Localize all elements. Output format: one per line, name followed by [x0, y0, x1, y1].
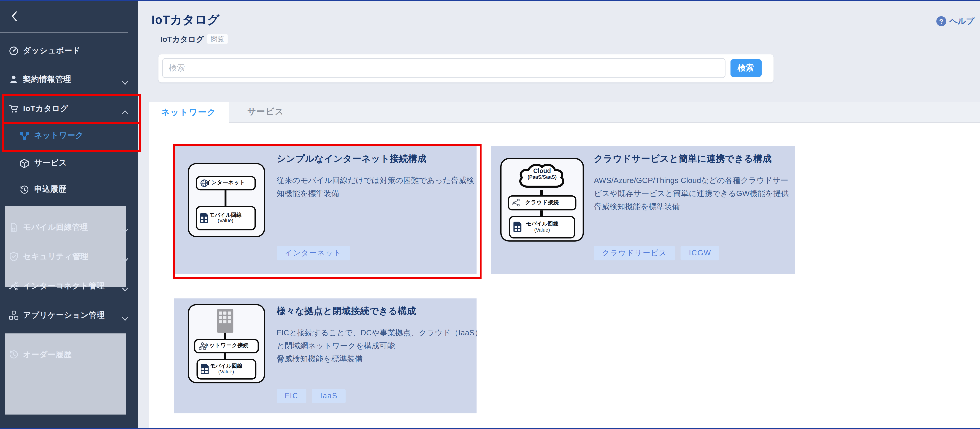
- diagram-node-cloud: Cloud (PaaS/SaaS): [512, 161, 573, 190]
- help-link[interactable]: ? ヘルプ: [936, 16, 974, 27]
- sim-chip-icon: [200, 364, 208, 374]
- building-icon: [217, 309, 233, 333]
- cubes-icon: [9, 310, 19, 321]
- app-window: ダッシュボード 契約情報管理 IoTカタログ ネットワーク: [0, 0, 980, 429]
- sidebar-divider: [0, 32, 128, 32]
- person-icon: [9, 74, 19, 84]
- breadcrumb: IoTカタログ: [160, 34, 204, 45]
- card-title: 様々な拠点と閉域接続できる構成: [277, 305, 416, 317]
- card-description: 従来のモバイル回線だけでは対策の困難であった脅威検 知機能を標準装備: [277, 174, 474, 200]
- sidebar-item-label: インターコネクト管理: [23, 281, 105, 291]
- tab-service[interactable]: サービス: [236, 102, 296, 122]
- network-tree-icon: [198, 342, 206, 350]
- diagram-connector: [540, 210, 542, 216]
- chevron-down-icon: [121, 283, 128, 289]
- sidebar-item-order-history[interactable]: オーダー履歴: [0, 345, 137, 364]
- window-frame-bottom: [0, 428, 980, 429]
- chevron-up-icon: [121, 106, 128, 111]
- sidebar-item-dashboard[interactable]: ダッシュボード: [0, 41, 137, 60]
- status-badge: 閲覧: [207, 33, 228, 45]
- diagram-node-internet: インターネット: [196, 176, 255, 190]
- sim-chip-icon: [200, 212, 208, 223]
- network-diagram: Cloud (PaaS/SaaS) クラウド接続 モバイル回線(Value): [500, 158, 584, 241]
- question-icon: ?: [936, 16, 947, 26]
- sidebar-item-label: ダッシュボード: [23, 45, 81, 56]
- sidebar-item-label: 契約情報管理: [23, 74, 72, 85]
- diagram-connector: [224, 353, 226, 359]
- globe-icon: [200, 179, 208, 187]
- card-title: シンプルなインターネット接続構成: [277, 153, 427, 164]
- sidebar-item-security[interactable]: セキュリティ管理: [0, 247, 137, 266]
- sidebar-item-label: セキュリティ管理: [23, 251, 89, 262]
- sidebar-item-iot-catalog[interactable]: IoTカタログ: [0, 99, 137, 118]
- diagram-node-mobile: モバイル回線(Value): [196, 206, 255, 230]
- sidebar: ダッシュボード 契約情報管理 IoTカタログ ネットワーク: [0, 0, 138, 429]
- tag-cloud-service: クラウドサービス: [594, 246, 675, 260]
- diagram-node-network-connect: ネットワーク接続: [194, 339, 258, 353]
- tag-iaas: IaaS: [312, 389, 345, 403]
- share-icon: [512, 199, 520, 207]
- catalog-card-private[interactable]: ネットワーク接続 モバイル回線(Value) 様々な拠点と閉域接続できる構成 F…: [174, 298, 476, 413]
- catalog-card-internet[interactable]: インターネット モバイル回線(Value) シンプルなインターネット接続構成 従…: [174, 146, 476, 274]
- network-icon: [19, 131, 29, 141]
- search-button[interactable]: 検索: [730, 59, 761, 77]
- card-description: FICと接続することで、DCや事業拠点、クラウド（IaaS） と閉域網ネットワー…: [277, 326, 482, 366]
- sidebar-item-label: モバイル回線管理: [23, 222, 88, 233]
- gauge-icon: [9, 46, 19, 56]
- network-diagram: インターネット モバイル回線(Value): [188, 163, 265, 237]
- sidebar-item-network[interactable]: ネットワーク: [0, 126, 137, 145]
- tab-network[interactable]: ネットワーク: [149, 102, 229, 123]
- card-tags: インターネット: [277, 246, 350, 260]
- chevron-left-icon: [9, 14, 21, 24]
- sidebar-item-label: ネットワーク: [34, 131, 84, 141]
- shield-icon: [9, 252, 19, 262]
- sidebar-item-label: IoTカタログ: [23, 103, 68, 114]
- help-label: ヘルプ: [949, 16, 974, 27]
- network-diagram: ネットワーク接続 モバイル回線(Value): [188, 304, 265, 383]
- diagram-connector: [224, 190, 227, 206]
- cart-icon: [9, 104, 19, 113]
- sim-icon: [9, 222, 19, 232]
- catalog-card-cloud[interactable]: Cloud (PaaS/SaaS) クラウド接続 モバイル回線(Value): [491, 146, 795, 274]
- tag-fic: FIC: [277, 389, 307, 403]
- chevron-down-icon: [121, 313, 128, 318]
- sidebar-item-label: オーダー履歴: [23, 349, 72, 360]
- tag-internet: インターネット: [277, 246, 350, 260]
- diagram-node-cloud-connect: クラウド接続: [508, 195, 576, 210]
- hub-icon: [9, 281, 19, 291]
- card-tags: FIC IaaS: [277, 389, 346, 403]
- page-title: IoTカタログ: [151, 12, 220, 28]
- tab-bar: ネットワーク サービス: [149, 102, 980, 123]
- chevron-down-icon: [121, 77, 128, 82]
- tag-icgw: ICGW: [681, 246, 719, 260]
- sidebar-item-service[interactable]: サービス: [0, 154, 137, 173]
- sidebar-item-mobile-line[interactable]: モバイル回線管理: [0, 218, 137, 237]
- sim-chip-icon: [513, 222, 521, 232]
- history-icon: [19, 184, 29, 195]
- search-card: 検索: [158, 54, 773, 82]
- chevron-down-icon: [121, 254, 128, 259]
- sidebar-item-contract[interactable]: 契約情報管理: [0, 70, 137, 89]
- catalog-panel: インターネット モバイル回線(Value) シンプルなインターネット接続構成 従…: [149, 123, 980, 428]
- sidebar-item-label: アプリケーション管理: [23, 310, 105, 321]
- chevron-down-icon: [121, 225, 128, 230]
- card-tags: クラウドサービス ICGW: [594, 246, 719, 260]
- card-description: AWS/Azure/GCP/Things Cloudなどの各種クラウドサー ビス…: [594, 174, 789, 214]
- diagram-node-mobile: モバイル回線(Value): [509, 216, 575, 238]
- sidebar-item-application-mgmt[interactable]: アプリケーション管理: [0, 306, 137, 325]
- sidebar-collapse-button[interactable]: [9, 10, 21, 23]
- diagram-connector: [224, 332, 226, 338]
- package-icon: [19, 158, 29, 168]
- sidebar-item-application-history[interactable]: 申込履歴: [0, 180, 137, 199]
- diagram-node-mobile: モバイル回線(Value): [196, 359, 256, 379]
- diagram-connector: [540, 190, 542, 195]
- sidebar-item-label: サービス: [34, 158, 67, 169]
- window-frame-top: [0, 0, 980, 1]
- search-input[interactable]: [162, 58, 725, 78]
- sidebar-item-interconnect[interactable]: インターコネクト管理: [0, 276, 137, 295]
- sidebar-item-label: 申込履歴: [34, 184, 67, 195]
- history-icon: [9, 349, 19, 360]
- card-title: クラウドサービスと簡単に連携できる構成: [594, 153, 772, 164]
